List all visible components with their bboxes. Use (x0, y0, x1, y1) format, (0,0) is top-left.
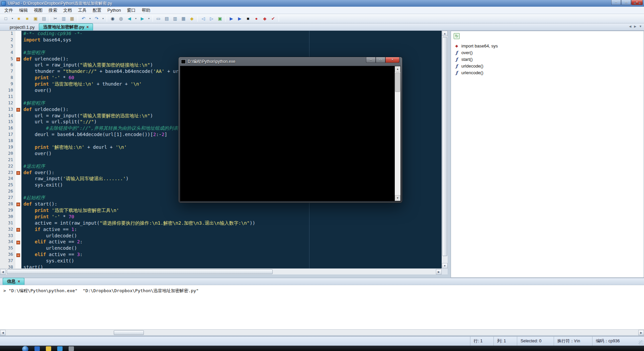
message-horizontal-scrollbar[interactable]: ◀ ▶ (0, 329, 644, 335)
layout-grid-button[interactable]: ▦ (180, 15, 187, 22)
cut-button[interactable]: ✂ (52, 15, 59, 22)
copy-button[interactable]: ▥ (60, 15, 68, 22)
scroll-up-icon[interactable]: ▲ (442, 31, 448, 36)
console-scroll-thumb[interactable] (395, 73, 400, 92)
start-button[interactable] (22, 346, 28, 351)
undo-dropdown[interactable]: ▾ (88, 15, 92, 22)
fold-marker-icon[interactable] (16, 228, 20, 232)
taskbar-app-2[interactable] (46, 346, 51, 351)
line-number: 14 (0, 113, 15, 119)
run-button[interactable]: ▶ (227, 15, 235, 22)
menu-python[interactable]: Python (104, 7, 124, 13)
go-back-dropdown[interactable]: ▾ (134, 15, 138, 22)
tab-nav-left-icon[interactable]: ◀ (629, 25, 631, 28)
tab-nav-right-icon[interactable]: ▶ (639, 1, 641, 5)
tab-nav-right-icon[interactable]: ▶ (634, 25, 636, 28)
save-all-button[interactable]: ▣ (32, 15, 39, 22)
run-last-button[interactable]: ▶ (236, 15, 244, 22)
scroll-right-icon[interactable]: ▶ (436, 269, 442, 274)
menu-window[interactable]: 窗口 (124, 7, 139, 14)
editor-horizontal-scrollbar[interactable]: ◀ ▶ (0, 268, 442, 274)
layout-three-button[interactable]: ▥ (171, 15, 179, 22)
go-forward-dropdown[interactable]: ▾ (147, 15, 151, 22)
unindent-button[interactable]: ◁ (199, 15, 207, 22)
scroll-down-icon[interactable]: ▼ (442, 263, 448, 268)
scroll-right-icon[interactable]: ▶ (638, 330, 644, 335)
taskbar-app-4[interactable] (69, 346, 74, 351)
menu-help[interactable]: 帮助 (139, 7, 153, 14)
menu-config[interactable]: 配置 (90, 7, 104, 14)
outline-item[interactable]: ƒurlencode() (451, 69, 644, 76)
new-file-dropdown[interactable]: ▾ (10, 15, 14, 22)
tab-迅雷地址加密解密.py[interactable]: 迅雷地址加密解密.py× (39, 23, 93, 30)
layout-two-button[interactable]: ▤ (163, 15, 171, 22)
fold-marker-icon[interactable] (16, 203, 20, 206)
ulipad-window: UliPad - D:\Dropbox\Dropbox\Python\迅雷地址加… (0, 0, 644, 351)
console-close-button[interactable]: × (385, 57, 399, 63)
menu-file[interactable]: 文件 (1, 7, 16, 14)
taskbar-app-1[interactable] (34, 346, 40, 351)
fold-marker-icon[interactable] (16, 241, 20, 244)
maximize-button[interactable]: ▭ (621, 0, 631, 5)
outline-item[interactable]: ◆import base64, sys (451, 42, 644, 49)
redo-button[interactable]: ↷ (93, 15, 100, 22)
scroll-left-icon[interactable]: ◀ (0, 269, 6, 274)
outline-item[interactable]: ƒstart() (451, 56, 644, 63)
editor-vertical-scrollbar[interactable]: ▲ ▼ (442, 31, 448, 268)
new-file-button[interactable]: □ (2, 15, 10, 22)
find-button[interactable]: ◉ (109, 15, 116, 22)
layout-one-button[interactable]: ▭ (155, 15, 162, 22)
menu-document[interactable]: 文档 (60, 7, 75, 14)
print-button[interactable]: ▤ (40, 15, 48, 22)
horizontal-splitter[interactable] (0, 274, 451, 278)
open-file-button[interactable]: ■ (15, 15, 23, 22)
tab-close-icon[interactable]: × (18, 279, 20, 284)
refresh-outline-button[interactable]: ↻ (454, 33, 460, 39)
go-forward-button[interactable]: ▶ (139, 15, 146, 22)
title-bar[interactable]: UliPad - D:\Dropbox\Dropbox\Python\迅雷地址加… (0, 0, 644, 7)
console-scrollbar[interactable]: ▲ ▼ (395, 66, 400, 201)
debug-button[interactable]: ● (253, 15, 260, 22)
stop-button[interactable]: ■ (244, 15, 252, 22)
scroll-up-icon[interactable]: ▲ (395, 66, 400, 72)
check-syntax-button[interactable]: ✔ (269, 15, 277, 22)
fold-marker-icon[interactable] (16, 57, 20, 61)
menu-view[interactable]: 视图 (31, 7, 45, 14)
minimize-button[interactable]: ─ (611, 0, 621, 5)
redo-dropdown[interactable]: ▾ (101, 15, 105, 22)
menu-tools[interactable]: 工具 (75, 7, 90, 14)
tab-nav-left-icon[interactable]: ◀ (633, 1, 636, 5)
go-back-button[interactable]: ◀ (125, 15, 133, 22)
outline-item[interactable]: ƒover() (451, 49, 644, 56)
wizard-button[interactable]: ◆ (188, 15, 196, 22)
console-minimize-button[interactable]: ─ (366, 57, 376, 63)
menu-edit[interactable]: 编辑 (16, 7, 31, 14)
tab-project0.1.py[interactable]: project0.1.py (5, 23, 39, 30)
menu-search[interactable]: 搜索 (45, 7, 60, 14)
console-maximize-button[interactable]: ▭ (376, 57, 385, 63)
message-hscroll-thumb[interactable] (114, 330, 144, 335)
taskbar-app-3[interactable] (57, 346, 63, 351)
scroll-down-icon[interactable]: ▼ (395, 195, 400, 201)
editor-vscroll-thumb[interactable] (442, 37, 447, 256)
message-panel[interactable]: > "D:\编程\Python\python.exe" "D:\Dropbox\… (0, 285, 644, 329)
breakpoint-button[interactable]: ◆ (261, 15, 269, 22)
save-button[interactable]: ■ (23, 15, 31, 22)
tab-close-icon[interactable]: × (86, 25, 89, 29)
indent-button[interactable]: ▷ (208, 15, 215, 22)
fold-marker-icon[interactable] (16, 253, 20, 257)
tab-messages[interactable]: 信息 × (3, 278, 24, 285)
outline-item[interactable]: ƒurldecode() (451, 63, 644, 69)
tab-nav-list-icon[interactable]: ▼ (639, 25, 642, 28)
console-output-area[interactable]: ▲ ▼ (180, 66, 401, 201)
fold-marker-icon[interactable] (16, 171, 20, 175)
resize-grip[interactable] (639, 340, 643, 345)
fold-marker-icon[interactable] (16, 108, 20, 112)
scroll-left-icon[interactable]: ◀ (0, 330, 6, 335)
editor-hscroll-thumb[interactable] (7, 269, 273, 274)
paste-button[interactable]: ▦ (68, 15, 76, 22)
find-in-files-button[interactable]: ◎ (117, 15, 125, 22)
undo-button[interactable]: ↶ (80, 15, 87, 22)
snippet-button[interactable]: ▣ (216, 15, 224, 22)
vertical-splitter[interactable] (448, 31, 451, 278)
